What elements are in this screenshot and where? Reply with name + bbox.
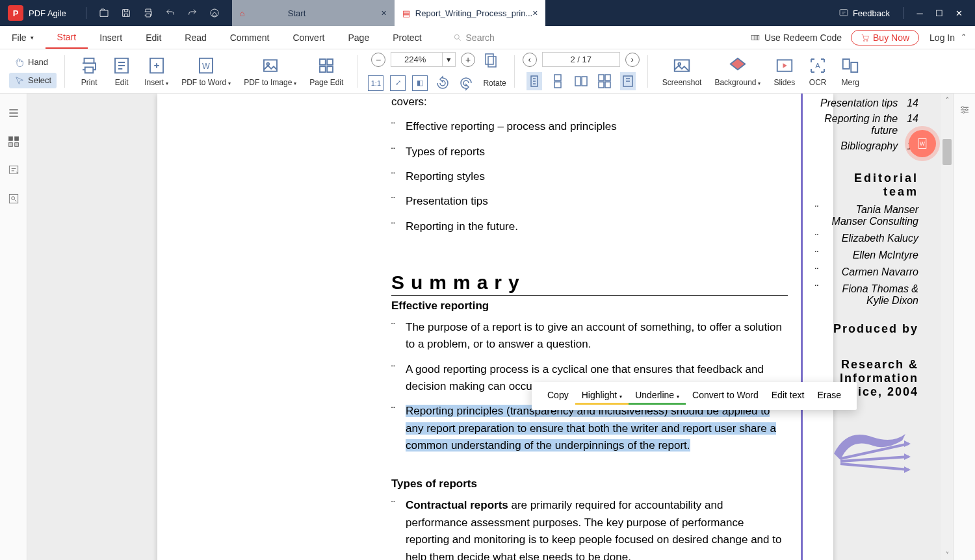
annotations-icon[interactable] bbox=[7, 164, 20, 177]
redeem-code-button[interactable]: Use Redeem Code bbox=[750, 32, 842, 43]
ctx-highlight[interactable]: Highlight bbox=[575, 387, 629, 405]
insert-button[interactable]: Insert bbox=[138, 56, 175, 87]
svg-point-40 bbox=[11, 197, 14, 200]
svg-point-5 bbox=[866, 40, 868, 41]
screenshot-button[interactable]: Screenshot bbox=[656, 56, 708, 87]
app-name: PDF Agile bbox=[29, 8, 66, 18]
zoom-value[interactable]: 224% bbox=[391, 52, 443, 67]
pdf-to-word-button[interactable]: WPDF to Word bbox=[175, 56, 237, 87]
ctx-underline[interactable]: Underline bbox=[629, 387, 686, 405]
paragraph-item: The purpose of a report is to give an ac… bbox=[391, 315, 788, 357]
continuous-icon[interactable] bbox=[550, 72, 566, 90]
produced-by-heading: Produced by bbox=[814, 322, 918, 336]
scroll-up-button[interactable]: ˄ bbox=[941, 94, 953, 105]
maximize-button[interactable]: ☐ bbox=[930, 3, 949, 23]
scroll-down-button[interactable]: ˅ bbox=[941, 548, 953, 560]
close-button[interactable]: ✕ bbox=[949, 3, 968, 23]
minimize-button[interactable]: ─ bbox=[910, 3, 930, 23]
document-viewport[interactable]: covers: Effective reporting – process an… bbox=[27, 94, 953, 560]
slides-button[interactable]: Slides bbox=[767, 56, 801, 87]
page-edit-button[interactable]: Page Edit bbox=[303, 56, 350, 87]
tabbar: ⌂ Start × ▤ Report_Writing_Process_prin.… bbox=[232, 0, 546, 26]
menu-convert[interactable]: Convert bbox=[281, 26, 336, 49]
fit-page-icon[interactable] bbox=[483, 51, 499, 69]
menu-start[interactable]: Start bbox=[46, 26, 88, 49]
print-icon[interactable] bbox=[141, 6, 155, 20]
feedback-button[interactable]: Feedback bbox=[838, 8, 890, 18]
page-number-input[interactable]: 2 / 17 bbox=[542, 52, 620, 67]
zoom-in-button[interactable]: + bbox=[461, 53, 475, 67]
print-button[interactable]: Print bbox=[73, 56, 105, 87]
menu-insert[interactable]: Insert bbox=[88, 26, 134, 49]
convert-to-word-float-button[interactable]: W bbox=[909, 130, 936, 157]
hand-tool[interactable]: Hand bbox=[9, 55, 53, 70]
menu-protect[interactable]: Protect bbox=[381, 26, 433, 49]
outline-icon[interactable] bbox=[7, 107, 20, 120]
merge-button[interactable]: Merg bbox=[834, 56, 866, 87]
fit-width-icon[interactable]: ⤢ bbox=[390, 75, 406, 91]
menu-comment[interactable]: Comment bbox=[218, 26, 281, 49]
single-page-icon[interactable] bbox=[526, 72, 542, 90]
zoom-out-button[interactable]: − bbox=[371, 53, 385, 67]
collapse-ribbon-icon[interactable]: ˄ bbox=[961, 32, 966, 43]
svg-rect-36 bbox=[8, 143, 12, 147]
svg-rect-3 bbox=[751, 35, 759, 40]
fit-visible-icon[interactable]: ◧ bbox=[412, 75, 428, 91]
prev-page-button[interactable]: ‹ bbox=[523, 53, 537, 67]
editor-name: Ellen McIntyre bbox=[814, 249, 918, 261]
buy-now-button[interactable]: Buy Now bbox=[851, 30, 919, 45]
edit-button[interactable]: Edit bbox=[105, 56, 138, 87]
svg-point-41 bbox=[961, 107, 963, 108]
pdf-to-image-button[interactable]: PDF to Image bbox=[237, 56, 303, 87]
home-icon[interactable] bbox=[207, 6, 222, 20]
app-logo: P bbox=[8, 5, 23, 21]
svg-rect-16 bbox=[486, 54, 493, 64]
vertical-scrollbar[interactable]: ˄ ˅ bbox=[941, 94, 953, 560]
ctx-copy[interactable]: Copy bbox=[541, 387, 575, 405]
menu-file[interactable]: File bbox=[0, 26, 46, 49]
select-tool[interactable]: Select bbox=[9, 73, 57, 88]
left-sidebar bbox=[0, 94, 27, 560]
scroll-thumb[interactable] bbox=[942, 139, 952, 165]
search-panel-icon[interactable] bbox=[7, 192, 20, 205]
tab-start[interactable]: ⌂ Start × bbox=[232, 0, 395, 26]
tab-document[interactable]: ▤ Report_Writing_Process_prin... × bbox=[395, 0, 546, 26]
organization-logo bbox=[814, 408, 918, 479]
zoom-dropdown[interactable]: ▾ bbox=[443, 52, 456, 67]
rotate-left-icon[interactable] bbox=[435, 74, 450, 92]
save-icon[interactable] bbox=[119, 6, 133, 20]
ctx-edit-text[interactable]: Edit text bbox=[765, 387, 811, 405]
settings-slider-icon[interactable] bbox=[959, 104, 970, 116]
ocr-button[interactable]: AOCR bbox=[801, 56, 834, 87]
close-icon[interactable]: × bbox=[532, 8, 538, 18]
two-continuous-icon[interactable] bbox=[597, 72, 612, 90]
svg-rect-35 bbox=[14, 137, 18, 141]
svg-rect-39 bbox=[9, 194, 18, 203]
search-input[interactable]: Search bbox=[453, 32, 495, 43]
login-button[interactable]: Log In bbox=[930, 32, 955, 43]
svg-point-4 bbox=[863, 40, 864, 41]
redo-icon[interactable] bbox=[185, 6, 200, 20]
actual-size-icon[interactable]: 1:1 bbox=[368, 75, 384, 91]
menu-edit[interactable]: Edit bbox=[134, 26, 173, 49]
ctx-erase[interactable]: Erase bbox=[811, 387, 848, 405]
thumbnails-icon[interactable] bbox=[7, 135, 20, 148]
subheading: Effective reporting bbox=[391, 299, 788, 312]
read-mode-icon[interactable] bbox=[620, 72, 636, 90]
open-icon[interactable] bbox=[97, 6, 111, 20]
editor-name: Elizabeth Kalucy bbox=[814, 233, 918, 244]
bullet-item: Effective reporting – process and princi… bbox=[391, 114, 788, 139]
two-page-icon[interactable] bbox=[573, 72, 589, 90]
ctx-convert-to-word[interactable]: Convert to Word bbox=[686, 387, 765, 405]
background-button[interactable]: Background bbox=[708, 56, 767, 87]
svg-rect-24 bbox=[605, 75, 610, 81]
rotate-right-icon[interactable] bbox=[458, 74, 474, 92]
menu-read[interactable]: Read bbox=[173, 26, 218, 49]
undo-icon[interactable] bbox=[163, 6, 177, 20]
next-page-button[interactable]: › bbox=[625, 53, 640, 67]
svg-rect-10 bbox=[264, 60, 277, 71]
menu-page[interactable]: Page bbox=[336, 26, 381, 49]
right-sidebar bbox=[953, 94, 975, 560]
close-icon[interactable]: × bbox=[382, 8, 387, 18]
page: covers: Effective reporting – process an… bbox=[157, 94, 833, 560]
